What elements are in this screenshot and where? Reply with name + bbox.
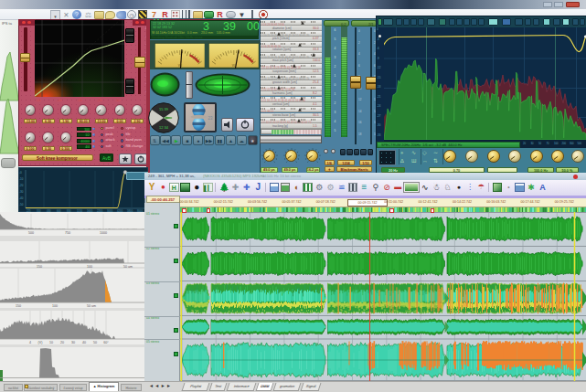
svg-text:-10: -10 — [115, 98, 122, 102]
svg-text:VU: VU — [231, 64, 235, 68]
svg-text:1000: 1000 — [100, 231, 107, 235]
svg-text:12 34: 12 34 — [159, 125, 169, 130]
svg-text:50 um: 50 um — [87, 304, 96, 308]
svg-text:-20: -20 — [19, 184, 24, 187]
svg-text:-50: -50 — [36, 98, 42, 102]
svg-text:-30: -30 — [77, 98, 83, 102]
svg-text:-30: -30 — [19, 190, 24, 194]
svg-text:40: 40 — [82, 341, 86, 344]
svg-text:-40: -40 — [19, 196, 24, 200]
svg-text:10: 10 — [49, 341, 53, 344]
svg-text:4: 4 — [29, 341, 31, 344]
svg-text:30: 30 — [71, 341, 75, 344]
svg-text:-40: -40 — [57, 98, 63, 102]
svg-text:750: 750 — [65, 231, 70, 235]
svg-text:500: 500 — [28, 231, 34, 235]
svg-text:(V): (V) — [38, 341, 43, 344]
svg-text:50 um: 50 um — [123, 265, 133, 269]
svg-text:-20: -20 — [97, 98, 103, 102]
svg-text:-0: -0 — [19, 171, 22, 175]
svg-text:60°: 60° — [103, 341, 109, 344]
svg-text:15 39: 15 39 — [159, 107, 169, 111]
svg-text:150: 150 — [37, 265, 42, 269]
svg-text:50: 50 — [93, 341, 97, 344]
svg-text:VU: VU — [177, 64, 181, 68]
svg-text:-50: -50 — [19, 203, 24, 207]
svg-text:100: 100 — [52, 304, 58, 308]
svg-text:-10: -10 — [19, 177, 24, 181]
svg-text:23: 23 — [208, 116, 214, 121]
svg-text:150: 150 — [16, 304, 21, 308]
svg-text:20: 20 — [60, 341, 64, 344]
svg-text:100: 100 — [87, 265, 92, 269]
